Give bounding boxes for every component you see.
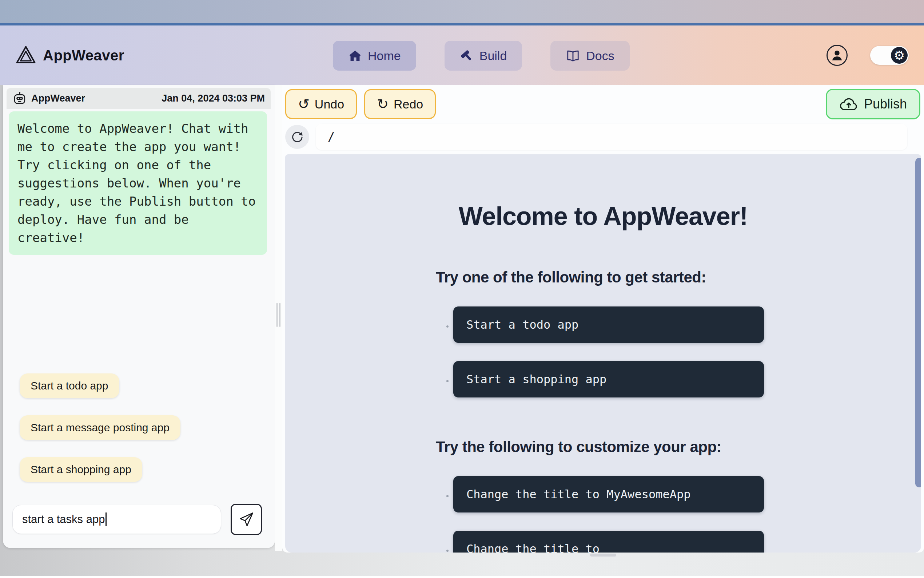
- address-bar-row: /: [285, 124, 921, 150]
- brand: AppWeaver: [15, 45, 125, 66]
- url-input[interactable]: /: [316, 124, 907, 150]
- undo-button[interactable]: ↺ Undo: [285, 89, 357, 119]
- preview-section-heading-start: Try one of the following to get started:: [436, 269, 770, 286]
- nav-docs-label: Docs: [586, 49, 614, 63]
- person-icon: [830, 48, 844, 63]
- refresh-icon: [290, 130, 304, 144]
- nav-home-button[interactable]: Home: [333, 41, 416, 71]
- list-item: Start a shopping app: [453, 361, 770, 398]
- preview-change-title-button[interactable]: Change the title to MyAwesomeApp: [453, 476, 764, 513]
- builder-toolbar: ↺ Undo ↻ Redo Publish: [285, 89, 921, 119]
- book-icon: [566, 49, 580, 63]
- header-right: ⚙: [827, 45, 909, 66]
- nav-docs-button[interactable]: Docs: [550, 41, 629, 71]
- app-header: AppWeaver Home Build Docs: [0, 26, 924, 85]
- text-caret: [105, 513, 107, 526]
- assistant-message: Welcome to AppWeaver! Chat with me to cr…: [9, 111, 267, 255]
- chat-header: AppWeaver Jan 04, 2024 03:03 PM: [6, 88, 271, 109]
- preview-start-shopping-button[interactable]: Start a shopping app: [453, 361, 764, 398]
- brand-title: AppWeaver: [43, 47, 125, 64]
- url-path: /: [327, 130, 335, 144]
- user-avatar-button[interactable]: [827, 45, 848, 66]
- cloud-upload-icon: [839, 97, 858, 111]
- main-nav: Home Build Docs: [333, 41, 630, 71]
- appweaver-logo-icon: [15, 45, 36, 66]
- redo-button[interactable]: ↻ Redo: [364, 89, 436, 119]
- suggestion-chip-todo[interactable]: Start a todo app: [19, 373, 119, 398]
- app-preview-viewport: Welcome to AppWeaver! Try one of the fol…: [285, 154, 921, 552]
- hammer-icon: [460, 49, 474, 63]
- preview-horizontal-scrollbar[interactable]: [590, 554, 616, 557]
- publish-label: Publish: [864, 96, 907, 112]
- redo-icon: ↻: [377, 97, 388, 111]
- chat-title: AppWeaver: [31, 93, 85, 104]
- robot-icon: [12, 91, 27, 106]
- resizer-handle-icon: [277, 303, 280, 327]
- panel-resizer[interactable]: [275, 85, 282, 551]
- chat-input-row: start a tasks app: [3, 482, 275, 548]
- chat-panel: AppWeaver Jan 04, 2024 03:03 PM Welcome …: [3, 85, 275, 548]
- chat-messages-spacer: [3, 255, 275, 373]
- nav-home-label: Home: [368, 49, 401, 63]
- suggestion-chip-message-posting[interactable]: Start a message posting app: [19, 415, 180, 440]
- publish-button[interactable]: Publish: [826, 89, 920, 119]
- preview-content: Welcome to AppWeaver! Try one of the fol…: [436, 154, 770, 552]
- suggestion-chips: Start a todo app Start a message posting…: [3, 373, 275, 482]
- window-title-strip: [0, 0, 924, 26]
- preview-section-heading-customize: Try the following to customize your app:: [436, 438, 770, 456]
- settings-toggle[interactable]: ⚙: [870, 46, 909, 65]
- chat-input-value: start a tasks app: [22, 513, 105, 526]
- home-icon: [348, 49, 362, 63]
- preview-vertical-scrollbar[interactable]: [915, 158, 921, 487]
- nav-build-label: Build: [479, 49, 507, 63]
- gear-icon: ⚙: [891, 47, 908, 64]
- undo-label: Undo: [315, 97, 344, 111]
- preview-customize-list: Change the title to MyAwesomeApp Change …: [436, 476, 770, 552]
- builder-column: ↺ Undo ↻ Redo Publish: [282, 85, 924, 552]
- refresh-button[interactable]: [285, 125, 309, 149]
- list-item: Change the title to MyAwesomeApp: [453, 476, 770, 513]
- send-icon: [238, 511, 255, 528]
- preview-title: Welcome to AppWeaver!: [436, 201, 770, 231]
- preview-change-title-button-clipped[interactable]: Change the title to: [453, 531, 764, 552]
- redo-label: Redo: [393, 97, 423, 111]
- preview-start-todo-button[interactable]: Start a todo app: [453, 307, 764, 343]
- chat-input[interactable]: start a tasks app: [12, 505, 221, 534]
- nav-build-button[interactable]: Build: [445, 41, 523, 71]
- list-item: Start a todo app: [453, 307, 770, 343]
- suggestion-chip-shopping[interactable]: Start a shopping app: [19, 457, 142, 482]
- preview-start-list: Start a todo app Start a shopping app: [436, 307, 770, 398]
- main-content: AppWeaver Jan 04, 2024 03:03 PM Welcome …: [0, 85, 924, 576]
- send-button[interactable]: [231, 504, 262, 535]
- undo-icon: ↺: [298, 97, 309, 111]
- list-item: Change the title to: [453, 531, 770, 552]
- chat-timestamp: Jan 04, 2024 03:03 PM: [162, 93, 265, 104]
